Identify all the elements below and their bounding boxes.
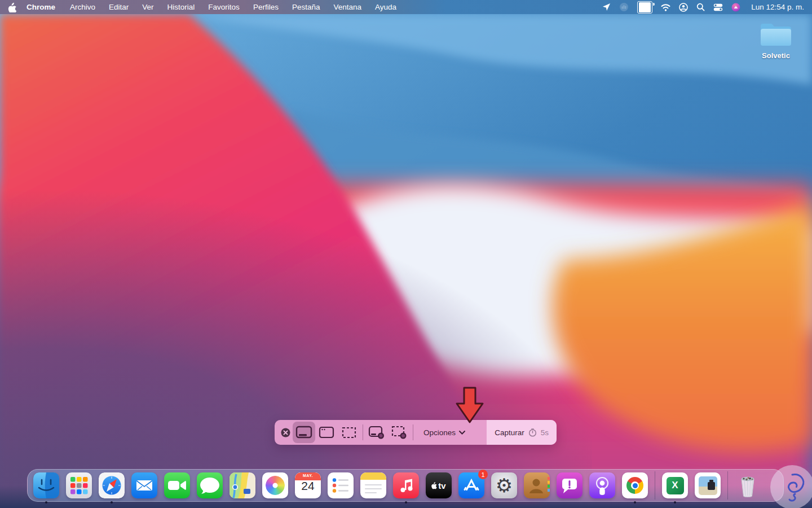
wifi-icon[interactable]: [661, 2, 670, 12]
timer-seconds: 5s: [541, 428, 549, 437]
menu-pestana[interactable]: Pestaña: [292, 3, 320, 11]
menu-archivo[interactable]: Archivo: [70, 3, 95, 11]
dock-facetime[interactable]: [164, 472, 190, 498]
reminders-icon: [328, 472, 354, 498]
contacts-icon: [524, 472, 550, 498]
finder-icon: [33, 472, 59, 498]
maps-icon: [230, 472, 255, 498]
menu-bar: Chrome Archivo Editar Ver Historial Favo…: [0, 0, 812, 14]
menu-ver[interactable]: Ver: [142, 3, 153, 11]
chevron-down-icon: [459, 431, 465, 435]
user-icon[interactable]: [679, 2, 688, 12]
dock-reminders[interactable]: [328, 472, 354, 498]
notes-icon: [360, 472, 386, 498]
dock-divider: [655, 471, 655, 500]
calendar-day: 24: [295, 479, 321, 493]
calendar-month: MAY.: [295, 474, 321, 478]
messages-icon: [197, 472, 223, 498]
safari-icon: [99, 472, 125, 498]
dock-maps[interactable]: [230, 472, 255, 498]
dock-screenshot-app[interactable]: [695, 472, 721, 498]
photos-icon: [262, 472, 288, 498]
timer-icon: [528, 428, 537, 437]
record-selection-button[interactable]: [388, 422, 411, 443]
location-icon[interactable]: [602, 2, 611, 12]
menu-bar-clock[interactable]: Lun 12:54 p. m.: [751, 3, 804, 11]
menu-editar[interactable]: Editar: [109, 3, 129, 11]
active-app-menu[interactable]: Chrome: [27, 3, 55, 11]
search-icon[interactable]: [696, 2, 705, 12]
menu-perfiles[interactable]: Perfiles: [253, 3, 279, 11]
dock-divider: [727, 471, 728, 500]
dock-calendar[interactable]: MAY. 24: [295, 472, 321, 498]
capture-label: Capturar: [495, 428, 524, 437]
running-indicator: [674, 501, 676, 503]
screen-mirroring-icon[interactable]: [619, 2, 629, 12]
app-indicator-icon[interactable]: [731, 2, 740, 12]
calendar-icon: MAY. 24: [295, 472, 321, 498]
dock-notes[interactable]: [360, 472, 386, 498]
apple-menu[interactable]: [8, 2, 16, 12]
control-center-icon[interactable]: [713, 2, 723, 12]
red-down-arrow: [454, 386, 485, 427]
podcasts-icon: [589, 472, 615, 498]
capture-window-button[interactable]: [315, 422, 338, 443]
feedback-icon: [557, 472, 582, 498]
music-icon: [393, 472, 419, 498]
excel-icon: X: [662, 472, 688, 498]
dock-messages[interactable]: [197, 472, 223, 498]
dock-launchpad[interactable]: [66, 472, 92, 498]
dock-feedback-assistant[interactable]: [557, 472, 582, 498]
menu-ayuda[interactable]: Ayuda: [375, 3, 396, 11]
menu-bar-status-area: Lun 12:54 p. m.: [602, 1, 804, 14]
app-store-badge: 1: [478, 470, 488, 479]
dock-safari[interactable]: [99, 472, 125, 498]
solvetic-watermark: [770, 465, 812, 508]
running-indicator: [634, 501, 636, 503]
running-indicator: [405, 501, 407, 503]
trash-icon: [735, 472, 761, 498]
close-icon[interactable]: [278, 428, 293, 437]
options-label: Opciones: [423, 428, 456, 437]
record-entire-screen-button[interactable]: [365, 422, 388, 443]
dock-contacts[interactable]: [524, 472, 550, 498]
dock-trash[interactable]: [735, 472, 761, 498]
running-indicator: [111, 501, 113, 503]
dock-chrome[interactable]: [622, 472, 648, 498]
apple-icon: [8, 2, 16, 12]
dock-music[interactable]: [393, 472, 419, 498]
mail-icon: [131, 472, 157, 498]
facetime-icon: [164, 472, 190, 498]
dock-mail[interactable]: [131, 472, 157, 498]
battery-icon[interactable]: [637, 1, 652, 14]
tv-logo-text: tv: [438, 481, 445, 491]
dock-excel[interactable]: X: [662, 472, 688, 498]
dock-photos[interactable]: [262, 472, 288, 498]
dock: MAY. 24: [27, 469, 784, 502]
desktop-folder-solvetic[interactable]: Solvetic: [754, 19, 797, 60]
capture-button[interactable]: Capturar 5s: [487, 420, 557, 445]
menu-favoritos[interactable]: Favoritos: [208, 3, 240, 11]
dock-system-preferences[interactable]: ⚙: [491, 472, 517, 498]
capture-selection-button[interactable]: [338, 422, 360, 443]
menu-historial[interactable]: Historial: [167, 3, 195, 11]
dock-app-store[interactable]: 1: [458, 472, 484, 498]
apple-tv-icon: tv: [426, 472, 452, 498]
running-indicator: [45, 501, 47, 503]
dock-finder[interactable]: [33, 472, 59, 498]
toolbar-divider: [363, 424, 363, 440]
capture-entire-screen-button[interactable]: [293, 422, 315, 443]
folder-icon: [758, 19, 794, 49]
chrome-icon: [622, 472, 648, 498]
dock-tv[interactable]: tv: [426, 472, 452, 498]
screenshot-toolbar: Opciones Capturar 5s: [275, 420, 557, 445]
toolbar-divider: [413, 424, 413, 440]
excel-letter: X: [667, 477, 684, 494]
app-menus: Archivo Editar Ver Historial Favoritos P…: [70, 3, 396, 11]
folder-label: Solvetic: [754, 51, 797, 60]
menu-ventana[interactable]: Ventana: [333, 3, 361, 11]
gear-icon: ⚙: [491, 472, 517, 498]
screenshot-app-icon: [695, 472, 721, 498]
dock-podcasts[interactable]: [589, 472, 615, 498]
launchpad-icon: [66, 472, 92, 498]
